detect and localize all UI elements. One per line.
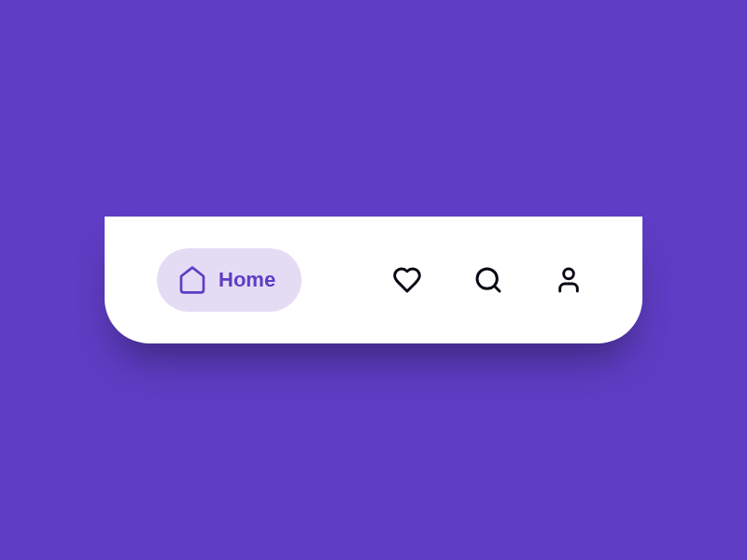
user-icon — [554, 265, 584, 295]
heart-icon — [392, 265, 422, 295]
nav-home-label: Home — [218, 268, 275, 292]
nav-favorites[interactable] — [386, 254, 429, 306]
home-icon — [177, 265, 207, 295]
nav-home[interactable]: Home — [157, 248, 302, 312]
svg-point-1 — [564, 269, 574, 279]
search-icon — [473, 265, 503, 295]
nav-search[interactable] — [466, 254, 509, 306]
nav-profile[interactable] — [547, 254, 590, 306]
bottom-navigation: Home — [105, 217, 642, 343]
